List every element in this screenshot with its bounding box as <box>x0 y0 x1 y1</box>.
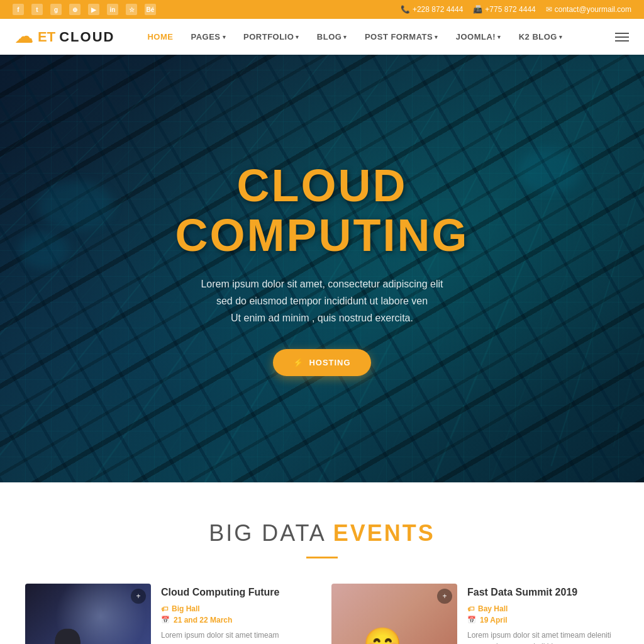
nav-home[interactable]: HOME <box>140 27 180 47</box>
hero-section: CLOUD COMPUTING Lorem ipsum dolor sit am… <box>0 55 644 482</box>
event-venue-2: 🏷 Bay Hall <box>467 604 619 613</box>
pages-caret: ▾ <box>223 34 226 40</box>
nav-blog[interactable]: BLOG ▾ <box>309 27 355 47</box>
phone-icon: 📞 <box>401 5 410 14</box>
social-facebook[interactable]: f <box>13 4 24 15</box>
social-youtube[interactable]: ▶ <box>88 4 99 15</box>
logo-icon: ☁ <box>15 26 33 47</box>
email: ✉ contact@yourmail.com <box>546 5 631 14</box>
event-date-1: 📅 21 and 22 March <box>161 616 313 625</box>
hero-subtitle: Lorem ipsum dolor sit amet, consectetur … <box>96 275 548 327</box>
events-section: BIG DATA EVENTS + Cloud Computing Future… <box>0 482 644 644</box>
event-image-1[interactable]: + <box>25 584 151 644</box>
social-star[interactable]: ☆ <box>126 4 137 15</box>
event-info-1: Cloud Computing Future 🏷 Big Hall 📅 21 a… <box>161 584 313 641</box>
section-title: BIG DATA EVENTS <box>25 520 619 547</box>
hamburger-menu[interactable] <box>615 33 629 42</box>
nav-portfolio[interactable]: PORTFOLIO ▾ <box>236 27 307 47</box>
event-card-2: + Fast Data Summit 2019 🏷 Bay Hall 📅 19 … <box>331 584 619 644</box>
logo-et: ET <box>38 29 59 45</box>
event-info-2: Fast Data Summit 2019 🏷 Bay Hall 📅 19 Ap… <box>467 584 619 644</box>
event-meta-1: 🏷 Big Hall 📅 21 and 22 March <box>161 604 313 625</box>
event-title-2[interactable]: Fast Data Summit 2019 <box>467 586 619 599</box>
event-description-1: Lorem ipsum dolor sit amet timeam <box>161 630 313 641</box>
logo-cloud-text: CLOUD <box>59 29 114 45</box>
venue-icon-2: 🏷 <box>467 605 474 613</box>
contact-info: 📞 +228 872 4444 📠 +775 872 4444 ✉ contac… <box>401 5 631 14</box>
phone-2: 📠 +775 872 4444 <box>473 5 535 14</box>
portfolio-caret: ▾ <box>296 34 299 40</box>
section-divider <box>306 557 338 558</box>
event-image-2[interactable]: + <box>331 584 457 644</box>
events-grid: + Cloud Computing Future 🏷 Big Hall 📅 21… <box>25 584 619 644</box>
nav-links: HOME PAGES ▾ PORTFOLIO ▾ BLOG ▾ POST FOR… <box>140 27 615 47</box>
nav-pages[interactable]: PAGES ▾ <box>183 27 233 47</box>
social-linkedin[interactable]: in <box>107 4 118 15</box>
navbar: ☁ ET CLOUD HOME PAGES ▾ PORTFOLIO ▾ BLOG… <box>0 19 644 55</box>
social-rss[interactable]: ⊕ <box>69 4 80 15</box>
social-links: f t g ⊕ ▶ in ☆ Bé <box>13 4 156 15</box>
phone-1: 📞 +228 872 4444 <box>401 5 463 14</box>
venue-icon-1: 🏷 <box>161 605 168 613</box>
joomla-caret: ▾ <box>497 34 501 40</box>
social-googleplus[interactable]: g <box>50 4 62 15</box>
mail-icon: ✉ <box>546 5 552 14</box>
hero-content: CLOUD COMPUTING Lorem ipsum dolor sit am… <box>83 161 561 377</box>
cloud-shape-2 <box>19 231 69 269</box>
nav-joomla[interactable]: JOOMLA! ▾ <box>448 27 509 47</box>
event-date-2: 📅 19 April <box>467 616 619 625</box>
event-venue-1: 🏷 Big Hall <box>161 604 313 613</box>
calendar-icon-2: 📅 <box>467 616 476 624</box>
logo[interactable]: ☁ ET CLOUD <box>15 26 114 47</box>
bolt-icon: ⚡ <box>293 358 304 367</box>
calendar-icon-1: 📅 <box>161 616 170 624</box>
hosting-button[interactable]: ⚡ HOSTING <box>273 349 370 376</box>
event-image-overlay-1: + <box>131 589 146 604</box>
fax-icon: 📠 <box>473 5 482 14</box>
nav-post-formats[interactable]: POST FORMATS ▾ <box>357 27 446 47</box>
nav-k2blog[interactable]: K2 BLOG ▾ <box>511 27 570 47</box>
event-title-1[interactable]: Cloud Computing Future <box>161 586 313 599</box>
event-description-2: Lorem ipsum dolor sit amet timeam deleni… <box>467 630 619 644</box>
event-meta-2: 🏷 Bay Hall 📅 19 April <box>467 604 619 625</box>
event-image-overlay-2: + <box>437 589 452 604</box>
social-twitter[interactable]: t <box>31 4 43 15</box>
hero-title: CLOUD COMPUTING <box>96 161 548 260</box>
postformats-caret: ▾ <box>435 34 438 40</box>
k2blog-caret: ▾ <box>559 34 563 40</box>
blog-caret: ▾ <box>343 34 347 40</box>
social-behance[interactable]: Bé <box>145 4 156 15</box>
event-card-1: + Cloud Computing Future 🏷 Big Hall 📅 21… <box>25 584 313 644</box>
top-bar: f t g ⊕ ▶ in ☆ Bé 📞 +228 872 4444 📠 +775… <box>0 0 644 19</box>
